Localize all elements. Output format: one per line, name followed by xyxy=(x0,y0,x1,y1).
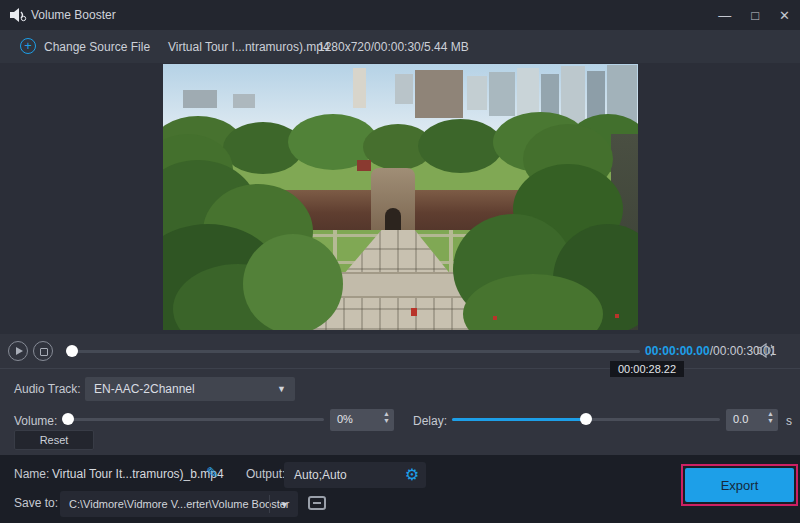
save-to-path: C:\Vidmore\Vidmore V...erter\Volume Boos… xyxy=(69,498,290,510)
delay-value-box[interactable]: 0.0 ▲▼ xyxy=(726,409,778,431)
volume-slider-thumb[interactable] xyxy=(62,413,74,425)
audio-track-label: Audio Track: xyxy=(14,382,81,396)
reset-button[interactable]: Reset xyxy=(14,430,94,450)
delay-unit: s xyxy=(786,414,792,428)
source-file-info: 1280x720/00:00:30/5.44 MB xyxy=(318,40,469,54)
export-highlight-outline: Export xyxy=(681,464,798,506)
change-source-file-button[interactable]: Change Source File xyxy=(44,40,150,54)
delay-stepper[interactable]: ▲▼ xyxy=(767,410,774,424)
output-file-name: Virtual Tour It...tramuros)_b.mp4 xyxy=(52,467,224,481)
preview-area xyxy=(0,63,800,334)
step-up-icon: ▲ xyxy=(767,410,774,417)
rename-pencil-icon[interactable]: ✎ xyxy=(206,464,219,482)
delay-label: Delay: xyxy=(413,414,447,428)
video-preview xyxy=(163,64,638,330)
seek-slider-thumb[interactable] xyxy=(66,345,78,357)
source-toolbar: + Change Source File Virtual Tour I...nt… xyxy=(0,30,800,63)
audio-controls-section: Audio Track: EN-AAC-2Channel ▼ Volume: 0… xyxy=(0,368,800,455)
stop-button[interactable] xyxy=(33,341,53,361)
audio-track-value: EN-AAC-2Channel xyxy=(94,382,195,396)
app-speaker-icon xyxy=(10,8,27,22)
volume-value: 0% xyxy=(337,413,353,425)
export-button[interactable]: Export xyxy=(685,468,794,502)
delay-slider[interactable] xyxy=(452,418,720,421)
seek-hover-tooltip: 00:00:28.22 xyxy=(610,361,684,377)
output-format-box[interactable]: Auto;Auto ⚙ xyxy=(284,462,426,488)
output-bar: Name: Virtual Tour It...tramuros)_b.mp4 … xyxy=(0,455,800,523)
current-time: 00:00:00.00 xyxy=(645,344,710,358)
video-scene-shape xyxy=(371,168,415,232)
save-to-select[interactable]: C:\Vidmore\Vidmore V...erter\Volume Boos… xyxy=(60,491,298,517)
add-source-icon[interactable]: + xyxy=(20,38,36,54)
volume-stepper[interactable]: ▲▼ xyxy=(383,410,390,424)
output-format-value: Auto;Auto xyxy=(294,468,347,482)
name-label: Name: xyxy=(14,467,49,481)
output-label: Output: xyxy=(246,467,285,481)
output-settings-gear-icon[interactable]: ⚙ xyxy=(405,465,419,484)
save-to-label: Save to: xyxy=(14,496,58,510)
volume-booster-window: Volume Booster — □ ✕ + Change Source Fil… xyxy=(0,0,800,523)
mute-toggle-icon[interactable] xyxy=(757,343,775,358)
delay-slider-thumb[interactable] xyxy=(580,413,592,425)
audio-track-select[interactable]: EN-AAC-2Channel ▼ xyxy=(85,377,295,401)
close-icon[interactable]: ✕ xyxy=(779,9,790,22)
chevron-down-icon: ▼ xyxy=(280,500,289,510)
volume-slider[interactable] xyxy=(66,418,324,421)
source-file-name: Virtual Tour I...ntramuros).mp4 xyxy=(168,40,330,54)
step-down-icon: ▼ xyxy=(767,417,774,424)
window-title: Volume Booster xyxy=(31,8,116,22)
window-controls: — □ ✕ xyxy=(718,0,790,30)
volume-value-box[interactable]: 0% ▲▼ xyxy=(330,409,394,431)
minimize-icon[interactable]: — xyxy=(718,9,731,22)
maximize-icon[interactable]: □ xyxy=(751,9,759,22)
playback-bar: 00:00:00.00/00:00:30.01 00:00:28.22 xyxy=(0,334,800,368)
step-up-icon: ▲ xyxy=(383,410,390,417)
step-down-icon: ▼ xyxy=(383,417,390,424)
open-folder-icon[interactable] xyxy=(308,496,326,510)
chevron-down-icon: ▼ xyxy=(277,384,286,394)
play-button[interactable] xyxy=(8,341,28,361)
volume-label: Volume: xyxy=(14,414,57,428)
seek-slider[interactable] xyxy=(66,350,640,353)
title-bar: Volume Booster — □ ✕ xyxy=(0,0,800,30)
delay-value: 0.0 xyxy=(733,413,748,425)
delay-slider-fill xyxy=(452,418,586,421)
